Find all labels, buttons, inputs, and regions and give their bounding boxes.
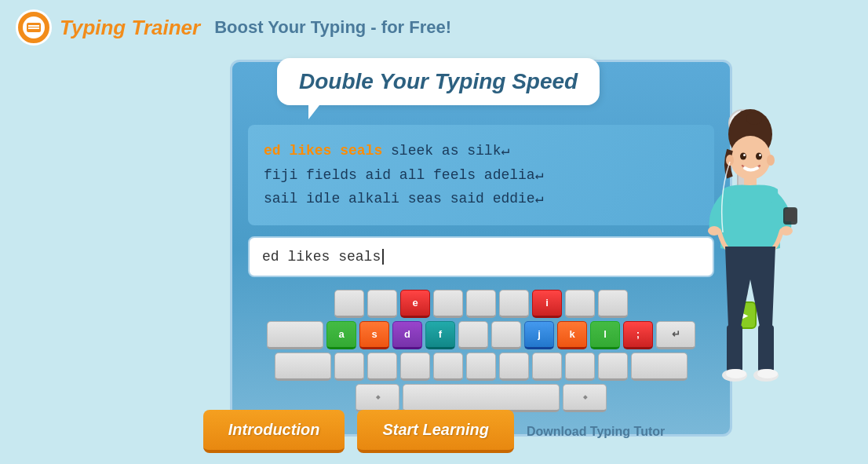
text-line-3: sail idle alkali seas said eddie↵: [264, 187, 698, 211]
text-cursor: [382, 249, 384, 265]
key-n[interactable]: [499, 353, 529, 381]
svg-point-7: [743, 154, 746, 156]
svg-point-6: [756, 153, 762, 160]
input-area[interactable]: ed likes seals: [248, 236, 714, 277]
key-l[interactable]: l: [590, 321, 620, 349]
key-j[interactable]: j: [524, 321, 554, 349]
key-blank-5[interactable]: [499, 290, 529, 318]
key-blank-6[interactable]: [565, 290, 595, 318]
key-v[interactable]: [433, 353, 463, 381]
text-display: ed likes seals sleek as silk↵ fiji field…: [248, 125, 714, 225]
key-e[interactable]: e: [400, 290, 430, 318]
key-s[interactable]: s: [359, 321, 389, 349]
key-k[interactable]: k: [557, 321, 587, 349]
key-b[interactable]: [466, 353, 496, 381]
key-blank-4[interactable]: [466, 290, 496, 318]
logo-inner: [23, 16, 45, 38]
logo-icon: [16, 9, 52, 46]
character-svg: [680, 91, 821, 452]
key-blank-2[interactable]: [367, 290, 397, 318]
tagline: Boost Your Typing - for Free!: [214, 17, 451, 38]
key-a[interactable]: a: [326, 321, 356, 349]
key-g[interactable]: [458, 321, 488, 349]
start-learning-button[interactable]: Start Learning: [357, 410, 514, 453]
key-row-2: a s d f j k l ; ↵: [248, 321, 714, 349]
key-blank-7[interactable]: [598, 290, 628, 318]
svg-point-19: [757, 369, 778, 378]
introduction-button[interactable]: Introduction: [203, 410, 345, 453]
highlighted-text: ed likes seals: [264, 143, 382, 159]
key-semicolon[interactable]: ;: [623, 321, 653, 349]
key-f[interactable]: f: [425, 321, 455, 349]
key-period[interactable]: [598, 353, 628, 381]
key-shift-left[interactable]: [275, 353, 331, 381]
key-z[interactable]: [334, 353, 364, 381]
trainer-container: ed likes seals sleek as silk↵ fiji field…: [230, 60, 732, 437]
svg-point-3: [726, 155, 734, 166]
key-row-1: e i: [248, 290, 714, 318]
normal-text-3: sail idle alkali seas said eddie↵: [264, 191, 544, 206]
svg-point-8: [759, 154, 761, 156]
svg-point-17: [726, 369, 746, 378]
key-blank-3[interactable]: [433, 290, 463, 318]
svg-point-2: [730, 136, 771, 180]
svg-rect-12: [785, 209, 796, 221]
key-row-3: [248, 353, 714, 381]
speech-bubble-text: Double Your Typing Speed: [299, 69, 578, 93]
character-illustration: [680, 91, 821, 437]
svg-rect-15: [758, 325, 774, 372]
text-line-2: fiji fields aid all feels adelia↵: [264, 163, 698, 188]
main-area: Double Your Typing Speed ed likes seals …: [0, 52, 868, 437]
key-i[interactable]: i: [532, 290, 562, 318]
key-blank-1[interactable]: [334, 290, 364, 318]
key-c[interactable]: [400, 353, 430, 381]
normal-text-2: fiji fields aid all feels adelia↵: [264, 167, 544, 183]
key-comma[interactable]: [565, 353, 595, 381]
download-link[interactable]: Download Typing Tutor: [527, 425, 665, 439]
key-d[interactable]: d: [392, 321, 422, 349]
trainer-box: ed likes seals sleek as silk↵ fiji field…: [230, 60, 732, 437]
key-x[interactable]: [367, 353, 397, 381]
header: Typing Trainer Boost Your Typing - for F…: [0, 0, 868, 52]
svg-point-1: [746, 112, 762, 125]
bottom-section: Introduction Start Learning Download Typ…: [0, 399, 868, 464]
text-line-1: ed likes seals sleek as silk↵: [264, 139, 698, 163]
key-caps[interactable]: [267, 321, 323, 349]
normal-text-1: sleek as silk↵: [391, 143, 509, 159]
svg-rect-14: [727, 325, 742, 372]
svg-point-5: [740, 153, 746, 160]
key-m[interactable]: [532, 353, 562, 381]
svg-point-4: [767, 155, 775, 166]
brand-name: Typing Trainer: [60, 16, 200, 40]
speech-bubble: Double Your Typing Speed: [277, 58, 600, 105]
input-text: ed likes seals: [262, 249, 381, 265]
key-h[interactable]: [491, 321, 521, 349]
keyboard-icon: [27, 23, 41, 32]
